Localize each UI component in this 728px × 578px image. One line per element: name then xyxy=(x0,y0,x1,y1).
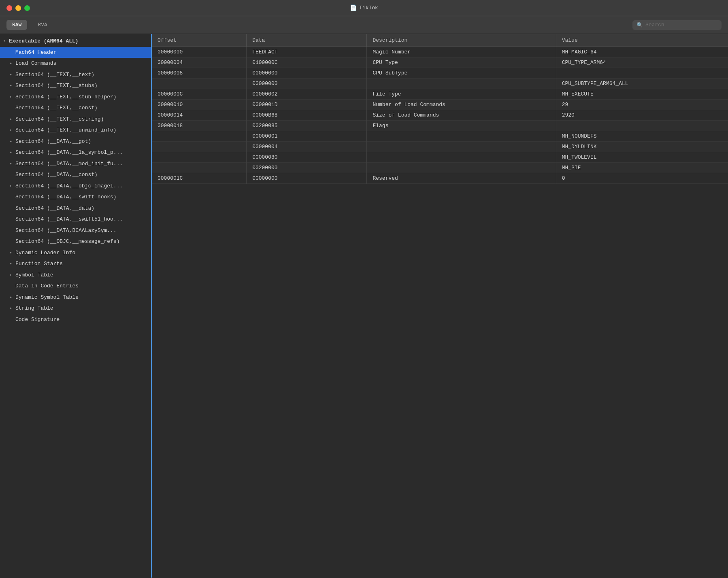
sidebar-item-label: Section64 (__DATA,__mod_init_fu... xyxy=(15,160,123,168)
cell-description: Size of Load Commands xyxy=(367,110,556,121)
sidebar-item-load-commands[interactable]: Load Commands xyxy=(0,58,151,69)
cell-offset: 0000000C xyxy=(152,89,247,100)
table-row[interactable]: 0000001800200085Flags xyxy=(152,121,728,131)
sidebar-item-section64-data-mod-init[interactable]: Section64 (__DATA,__mod_init_fu... xyxy=(0,158,151,170)
cell-description: CPU Type xyxy=(367,57,556,68)
sidebar-item-section64-data-swift-hooks[interactable]: Section64 (__DATA,__swift_hooks) xyxy=(0,191,151,203)
cell-offset: 00000004 xyxy=(152,57,247,68)
cell-data: 00000004 xyxy=(247,142,367,152)
sidebar-item-string-table[interactable]: String Table xyxy=(0,303,151,314)
cell-value: 2920 xyxy=(556,110,728,121)
cell-data: 00200085 xyxy=(247,121,367,131)
cell-offset xyxy=(152,163,247,173)
sidebar-item-section64-data-data[interactable]: Section64 (__DATA,__data) xyxy=(0,203,151,214)
search-bar: 🔍 xyxy=(632,20,722,30)
cell-description: Magic Number xyxy=(367,47,556,57)
cell-offset: 0000001C xyxy=(152,173,247,184)
sidebar-item-section64-text-const[interactable]: Section64 (__TEXT,__const) xyxy=(0,102,151,114)
cell-value: MH_NOUNDEFS xyxy=(556,131,728,142)
sidebar-item-section64-text-text[interactable]: Section64 (__TEXT,__text) xyxy=(0,69,151,81)
sidebar-item-mach64-header[interactable]: Mach64 Header xyxy=(0,47,151,58)
sidebar-item-section64-data-la-symbol[interactable]: Section64 (__DATA,__la_symbol_p... xyxy=(0,147,151,158)
chevron-right-icon xyxy=(10,272,15,278)
search-input[interactable] xyxy=(645,22,717,28)
traffic-lights xyxy=(6,5,30,11)
sidebar-item-section64-text-cstring[interactable]: Section64 (__TEXT,__cstring) xyxy=(0,114,151,125)
sidebar-item-label: Code Signature xyxy=(15,316,60,324)
cell-offset: 00000000 xyxy=(152,47,247,57)
cell-offset: 00000014 xyxy=(152,110,247,121)
table-row[interactable]: 000000100000001DNumber of Load Commands2… xyxy=(152,100,728,110)
cell-offset: 00000008 xyxy=(152,68,247,79)
chevron-right-icon xyxy=(10,116,15,122)
sidebar-root-item[interactable]: Executable (ARM64_ALL) xyxy=(0,36,151,47)
col-data: Data xyxy=(247,34,367,47)
search-icon: 🔍 xyxy=(636,22,643,28)
chevron-right-icon xyxy=(10,261,15,267)
cell-value xyxy=(556,121,728,131)
table-row[interactable]: 0000001C00000000Reserved0 xyxy=(152,173,728,184)
table-row[interactable]: 00000004MH_DYLDLINK xyxy=(152,142,728,152)
sidebar-item-data-in-code-entries[interactable]: Data in Code Entries xyxy=(0,280,151,292)
chevron-right-icon xyxy=(10,305,15,311)
chevron-down-icon xyxy=(3,38,9,44)
sidebar-item-section64-text-unwind-info[interactable]: Section64 (__TEXT,__unwind_info) xyxy=(0,125,151,136)
table-row[interactable]: 000000040100000CCPU TypeCPU_TYPE_ARM64 xyxy=(152,57,728,68)
sidebar-item-label: Section64 (__DATA,__la_symbol_p... xyxy=(15,149,123,157)
cell-description: File Type xyxy=(367,89,556,100)
cell-description xyxy=(367,131,556,142)
cell-description: Flags xyxy=(367,121,556,131)
col-offset: Offset xyxy=(152,34,247,47)
cell-value: MH_TWOLEVEL xyxy=(556,152,728,163)
sidebar-item-section64-data-swift51[interactable]: Section64 (__DATA,__swift51_hoo... xyxy=(0,214,151,225)
sidebar-item-function-starts[interactable]: Function Starts xyxy=(0,258,151,270)
rva-tab[interactable]: RVA xyxy=(32,20,53,30)
table-row[interactable]: 0000001400000B68Size of Load Commands292… xyxy=(152,110,728,121)
cell-value: MH_EXECUTE xyxy=(556,89,728,100)
raw-tab[interactable]: RAW xyxy=(6,20,27,30)
sidebar-item-dynamic-loader-info[interactable]: Dynamic Loader Info xyxy=(0,247,151,259)
table-row[interactable]: 00200000MH_PIE xyxy=(152,163,728,173)
sidebar-item-section64-objc-message-refs[interactable]: Section64 (__OBJC,__message_refs) xyxy=(0,236,151,247)
sidebar-item-section64-data-objc-imagei[interactable]: Section64 (__DATA,__objc_imagei... xyxy=(0,181,151,192)
cell-value: CPU_SUBTYPE_ARM64_ALL xyxy=(556,79,728,89)
chevron-right-icon xyxy=(10,250,15,256)
sidebar-item-label: Section64 (__DATA,__swift51_hoo... xyxy=(15,215,123,223)
cell-offset xyxy=(152,142,247,152)
table-row[interactable]: 00000000CPU_SUBTYPE_ARM64_ALL xyxy=(152,79,728,89)
cell-data: 0000001D xyxy=(247,100,367,110)
cell-description xyxy=(367,142,556,152)
table-row[interactable]: 00000080MH_TWOLEVEL xyxy=(152,152,728,163)
sidebar-item-dynamic-symbol-table[interactable]: Dynamic Symbol Table xyxy=(0,292,151,303)
sidebar-item-section64-data-got[interactable]: Section64 (__DATA,__got) xyxy=(0,136,151,147)
sidebar-item-section64-text-stub-helper[interactable]: Section64 (__TEXT,__stub_helper) xyxy=(0,91,151,103)
sidebar-item-label: Mach64 Header xyxy=(15,49,56,57)
cell-value: 0 xyxy=(556,173,728,184)
sidebar-item-label: String Table xyxy=(15,304,53,312)
cell-description: Reserved xyxy=(367,173,556,184)
close-button[interactable] xyxy=(6,5,12,11)
table-row[interactable]: 00000000FEEDFACFMagic NumberMH_MAGIC_64 xyxy=(152,47,728,57)
table-header: Offset Data Description Value xyxy=(152,34,728,47)
table-row[interactable]: 0000000C00000002File TypeMH_EXECUTE xyxy=(152,89,728,100)
sidebar-item-section64-data-bcaa[interactable]: Section64 (__DATA,BCAALazySym... xyxy=(0,225,151,236)
sidebar-item-symbol-table[interactable]: Symbol Table xyxy=(0,270,151,281)
sidebar-items-container: Mach64 HeaderLoad CommandsSection64 (__T… xyxy=(0,47,151,325)
titlebar: 📄 TikTok xyxy=(0,0,728,16)
cell-data: FEEDFACF xyxy=(247,47,367,57)
sidebar-item-code-signature[interactable]: Code Signature xyxy=(0,314,151,325)
table-row[interactable]: 0000000800000000CPU SubType xyxy=(152,68,728,79)
sidebar-root-label: Executable (ARM64_ALL) xyxy=(9,37,79,45)
maximize-button[interactable] xyxy=(24,5,30,11)
sidebar-item-label: Section64 (__DATA,__objc_imagei... xyxy=(15,182,123,190)
table-row[interactable]: 00000001MH_NOUNDEFS xyxy=(152,131,728,142)
cell-offset xyxy=(152,152,247,163)
table-header-row: Offset Data Description Value xyxy=(152,34,728,47)
document-icon: 📄 xyxy=(350,4,357,11)
cell-offset: 00000010 xyxy=(152,100,247,110)
sidebar-item-section64-text-stubs[interactable]: Section64 (__TEXT,__stubs) xyxy=(0,80,151,91)
cell-value xyxy=(556,68,728,79)
sidebar-item-section64-data-const[interactable]: Section64 (__DATA,__const) xyxy=(0,169,151,181)
sidebar-item-label: Data in Code Entries xyxy=(15,282,79,290)
minimize-button[interactable] xyxy=(15,5,21,11)
